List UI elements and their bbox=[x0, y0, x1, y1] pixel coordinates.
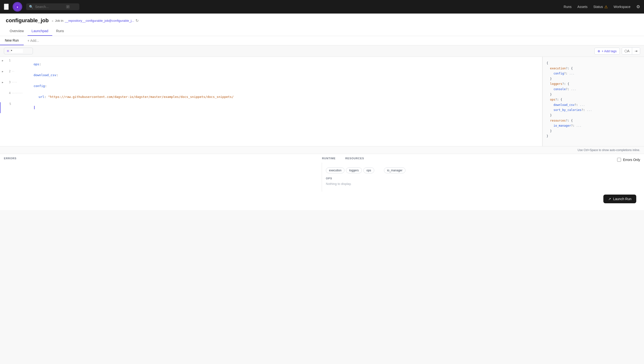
fold-arrow-3[interactable]: ▶ bbox=[2, 81, 5, 84]
fold-arrow-1[interactable]: ▶ bbox=[2, 59, 5, 62]
editor-container: ▶ 1 ops: ▶ 2 ·· download_csv: ▶ 3 bbox=[0, 57, 644, 146]
new-run-tab[interactable]: New Run bbox=[0, 36, 24, 45]
errors-only-container: Errors Only bbox=[617, 158, 640, 162]
bottom-content: execution loggers ops io_manager OPS Not… bbox=[0, 163, 644, 192]
code-editor[interactable]: ▶ 1 ops: ▶ 2 ·· download_csv: ▶ 3 bbox=[0, 57, 542, 146]
refresh-button[interactable]: ↻ bbox=[135, 18, 139, 23]
errors-panel bbox=[0, 163, 322, 192]
page-title: configurable_job bbox=[6, 18, 49, 24]
page-header: configurable_job ⬦ Job in __repository__… bbox=[0, 14, 644, 36]
fold-arrow-2[interactable]: ▶ bbox=[2, 70, 5, 73]
nav-runs[interactable]: Runs bbox=[564, 5, 572, 9]
tab-launchpad[interactable]: Launchpad bbox=[28, 26, 52, 36]
status-warning-icon: ⚠ bbox=[604, 4, 608, 9]
errors-only-label[interactable]: Errors Only bbox=[623, 158, 640, 162]
add-tab-button[interactable]: + Add... bbox=[24, 36, 43, 45]
errors-label: ERRORS bbox=[4, 157, 17, 160]
format-button[interactable]: ⬡A bbox=[622, 48, 632, 54]
bottom-header-row: ERRORS RUNTIME RESOURCES Errors Only bbox=[0, 154, 644, 163]
runtime-tag-execution[interactable]: execution bbox=[326, 168, 345, 173]
launch-icon: ↗ bbox=[608, 197, 611, 201]
hamburger-menu[interactable]: ☰ bbox=[4, 4, 9, 10]
search-icon: 🔍 bbox=[29, 5, 33, 9]
nav-assets[interactable]: Assets bbox=[577, 5, 588, 9]
nav-workspace[interactable]: Workspace bbox=[613, 5, 630, 9]
resources-section: io_manager bbox=[384, 166, 406, 173]
editor-line-4: 4 ········ url: "https://raw.githubuserc… bbox=[0, 91, 542, 102]
nothing-to-display-text: Nothing to display. bbox=[326, 182, 640, 186]
ops-section: OPS Nothing to display. bbox=[326, 176, 640, 186]
editor-icon-group: ⬡A ⇥ bbox=[622, 47, 640, 54]
runtime-resources-header: RUNTIME RESOURCES Errors Only bbox=[322, 157, 640, 163]
runtime-resources-row: execution loggers ops io_manager bbox=[326, 166, 640, 173]
runtime-tag-loggers[interactable]: loggers bbox=[346, 168, 362, 173]
runtime-tags: execution loggers ops bbox=[326, 168, 374, 173]
schema-hint-text: Use Ctrl+Space to show auto-completions … bbox=[578, 148, 640, 152]
resources-tags: io_manager bbox=[384, 168, 406, 173]
search-input[interactable] bbox=[35, 5, 64, 9]
add-tags-button[interactable]: ⊕ + Add tags bbox=[594, 48, 620, 54]
asterisk-icon: ✳ bbox=[7, 49, 10, 53]
runtime-section: execution loggers ops bbox=[326, 166, 374, 173]
editor-line-3: ▶ 3 ···· config: bbox=[0, 80, 542, 91]
resources-tag-io-manager[interactable]: io_manager bbox=[384, 168, 406, 173]
job-ref-link[interactable]: __repository__configurable_job@configura… bbox=[65, 19, 134, 22]
tab-overview[interactable]: Overview bbox=[6, 26, 28, 36]
launch-run-button[interactable]: ↗ Launch Run bbox=[603, 194, 636, 203]
tab-runs[interactable]: Runs bbox=[52, 26, 68, 36]
search-kbd: / bbox=[66, 5, 70, 8]
errors-header: ERRORS bbox=[4, 157, 322, 163]
text-cursor bbox=[34, 106, 37, 109]
launch-run-label: Launch Run bbox=[613, 197, 631, 201]
schema-hint: Use Ctrl+Space to show auto-completions … bbox=[0, 146, 644, 154]
job-badge: ⬦ Job in __repository__configurable_job@… bbox=[52, 18, 139, 23]
search-bar[interactable]: 🔍 / bbox=[26, 4, 79, 10]
config-search-box[interactable]: ✳ bbox=[4, 48, 33, 54]
gear-icon[interactable]: ⚙ bbox=[636, 4, 640, 10]
status-text: Status bbox=[593, 5, 603, 9]
nav-status[interactable]: Status ⚠ bbox=[593, 4, 608, 9]
page-tabs: Overview Launchpad Runs bbox=[6, 26, 638, 36]
split-button[interactable]: ⇥ bbox=[632, 48, 640, 54]
plus-icon: ⊕ bbox=[597, 49, 600, 53]
config-toolbar: ✳ ⊕ + Add tags ⬡A ⇥ bbox=[0, 46, 644, 57]
nav-links: Runs Assets Status ⚠ Workspace ⚙ bbox=[564, 4, 640, 10]
job-icon: ⬦ bbox=[52, 18, 54, 22]
schema-panel: { execution?: { config?: ... } loggers?:… bbox=[542, 57, 644, 146]
config-search-input[interactable] bbox=[11, 49, 23, 53]
svg-point-1 bbox=[17, 7, 18, 8]
bottom-panel-wrapper: ERRORS RUNTIME RESOURCES Errors Only exe… bbox=[0, 154, 644, 210]
ops-label: OPS bbox=[326, 177, 332, 180]
runtime-tag-ops[interactable]: ops bbox=[363, 168, 374, 173]
launchpad-toolbar: New Run + Add... bbox=[0, 36, 644, 46]
errors-only-checkbox[interactable] bbox=[617, 158, 621, 162]
launch-button-row: ↗ Launch Run bbox=[0, 192, 644, 210]
logo bbox=[13, 2, 22, 12]
runtime-resources-ops-panel: execution loggers ops io_manager OPS Not… bbox=[322, 163, 644, 192]
runtime-label: RUNTIME bbox=[322, 157, 336, 160]
editor-line-1: ▶ 1 ops: bbox=[0, 59, 542, 70]
job-label-text: Job in bbox=[55, 19, 63, 22]
add-tags-label: + Add tags bbox=[602, 49, 617, 53]
editor-line-5: 5 bbox=[0, 102, 542, 113]
resources-label: RESOURCES bbox=[345, 157, 364, 160]
editor-line-2: ▶ 2 ·· download_csv: bbox=[0, 70, 542, 80]
top-nav: ☰ 🔍 / Runs Assets Status ⚠ Workspace ⚙ bbox=[0, 0, 644, 14]
